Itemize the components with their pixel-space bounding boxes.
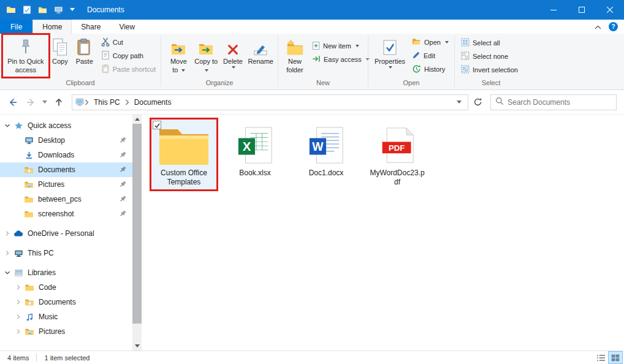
qat-new-folder-icon[interactable] — [38, 6, 47, 14]
chevron-down-icon[interactable] — [2, 268, 12, 278]
chevron-down-icon[interactable] — [2, 121, 12, 131]
sidebar-item-downloads[interactable]: Downloads — [0, 148, 142, 162]
minimize-button[interactable] — [539, 0, 568, 20]
chevron-down-icon — [232, 66, 235, 69]
sidebar-item-documents-library[interactable]: Documents — [0, 295, 142, 309]
scroll-down-icon[interactable] — [132, 341, 142, 351]
ribbon-group-open: Properties Open Edi — [368, 34, 454, 89]
help-icon[interactable]: ? — [609, 22, 618, 31]
easy-access-button[interactable]: Easy access — [310, 53, 372, 66]
thumbnails-view-button[interactable] — [608, 351, 623, 364]
pin-icon — [119, 180, 127, 190]
scroll-up-icon[interactable] — [132, 115, 142, 124]
folder-icon — [23, 210, 34, 219]
chevron-down-icon — [205, 69, 208, 72]
back-button[interactable] — [5, 94, 21, 110]
paste-button[interactable]: Paste — [72, 36, 97, 67]
recent-locations-chevron-icon[interactable] — [40, 94, 49, 110]
sidebar-item-this-pc[interactable]: This PC — [0, 246, 142, 260]
navigation-pane: Quick access Desktop Downloads Documents… — [0, 115, 142, 351]
sidebar-item-documents[interactable]: Documents — [0, 162, 142, 177]
documents-folder-icon — [23, 165, 34, 175]
qat-computer-icon[interactable] — [54, 6, 63, 14]
group-label-organize: Organize — [161, 79, 278, 89]
breadcrumb-documents[interactable]: Documents — [129, 98, 177, 107]
new-folder-button[interactable]: New folder — [282, 36, 308, 76]
breadcrumb-this-pc[interactable]: This PC — [89, 98, 125, 107]
move-to-icon — [171, 37, 186, 58]
maximize-button[interactable] — [568, 0, 596, 20]
folder-icon — [158, 121, 210, 166]
select-none-icon — [461, 51, 470, 61]
sidebar-item-music[interactable]: Music — [0, 309, 142, 324]
delete-button[interactable]: Delete — [220, 36, 246, 70]
qat-customize-chevron-icon[interactable] — [70, 8, 75, 12]
tab-home[interactable]: Home — [32, 20, 72, 34]
file-book-xlsx[interactable]: X Book.xlsx — [223, 119, 287, 180]
address-dropdown-icon[interactable] — [453, 100, 465, 104]
select-none-button[interactable]: Select none — [458, 50, 511, 63]
rename-button[interactable]: Rename — [246, 36, 275, 67]
paste-shortcut-button[interactable]: Paste shortcut — [99, 63, 158, 76]
file-custom-office-templates[interactable]: Custom Office Templates — [151, 119, 216, 189]
sidebar-item-onedrive[interactable]: OneDrive - Personal — [0, 226, 142, 241]
details-view-button[interactable] — [593, 351, 608, 364]
close-button[interactable] — [596, 0, 624, 20]
invert-selection-button[interactable]: Invert selection — [458, 63, 520, 77]
tab-file[interactable]: File — [0, 20, 32, 34]
open-button[interactable]: Open — [409, 36, 451, 49]
scrollbar-thumb[interactable] — [132, 124, 142, 324]
qat-properties-icon[interactable] — [23, 6, 31, 14]
copy-path-button[interactable]: Copy path — [99, 49, 158, 63]
address-bar[interactable]: This PC Documents — [72, 94, 468, 110]
search-input[interactable] — [508, 98, 612, 107]
tab-view[interactable]: View — [110, 20, 144, 34]
chevron-right-icon[interactable] — [13, 327, 23, 336]
up-button[interactable] — [51, 94, 67, 110]
file-doc1-docx[interactable]: W Doc1.docx — [294, 119, 359, 180]
history-button[interactable]: History — [409, 63, 451, 76]
sidebar-item-desktop[interactable]: Desktop — [0, 133, 142, 148]
sidebar-item-pictures[interactable]: Pictures — [0, 177, 142, 192]
refresh-button[interactable] — [470, 94, 485, 110]
chevron-right-icon[interactable] — [13, 283, 23, 292]
edit-button[interactable]: Edit — [409, 49, 451, 63]
chevron-right-icon[interactable] — [13, 313, 23, 322]
ribbon-home: Pin to Quick access Copy Paste — [0, 34, 624, 90]
properties-button[interactable]: Properties — [372, 36, 408, 70]
sidebar-item-code[interactable]: Code — [0, 280, 142, 295]
history-icon — [412, 64, 421, 75]
move-to-button[interactable]: Move to — [165, 36, 192, 76]
properties-icon — [382, 37, 398, 58]
minimize-ribbon-icon[interactable] — [595, 23, 601, 31]
chevron-down-icon — [181, 69, 185, 72]
breadcrumb-chevron-icon — [125, 99, 129, 105]
copy-to-button[interactable]: Copy to — [192, 36, 220, 76]
chevron-right-icon[interactable] — [2, 249, 12, 258]
file-myworddoc23-pdf[interactable]: PDF MyWordDoc23.pdf — [365, 119, 430, 189]
selection-count: 1 item selected — [44, 354, 89, 362]
sidebar-item-quick-access[interactable]: Quick access — [0, 118, 142, 133]
chevron-right-icon[interactable] — [13, 298, 23, 307]
sidebar-item-screenshot[interactable]: screenshot — [0, 207, 142, 221]
tab-share[interactable]: Share — [72, 20, 110, 34]
pdf-file-icon: PDF — [379, 121, 416, 166]
search-box — [490, 94, 617, 110]
select-all-button[interactable]: Select all — [458, 36, 503, 50]
sidebar-item-between-pcs[interactable]: between_pcs — [0, 192, 142, 207]
forward-button[interactable] — [23, 94, 39, 110]
file-explorer-window: Documents File Home Share View ? — [0, 0, 624, 364]
sidebar-scrollbar[interactable] — [132, 115, 142, 351]
pin-icon — [19, 37, 32, 58]
sidebar-item-libraries[interactable]: Libraries — [0, 265, 142, 280]
window-title: Documents — [87, 6, 124, 14]
selection-checkbox[interactable] — [153, 121, 161, 129]
new-item-button[interactable]: New item — [310, 39, 372, 53]
chevron-right-icon[interactable] — [2, 229, 12, 238]
group-label-clipboard: Clipboard — [0, 79, 161, 89]
word-file-icon: W — [307, 121, 345, 166]
sidebar-item-pictures-library[interactable]: Pictures — [0, 324, 142, 339]
cut-button[interactable]: Cut — [99, 36, 158, 49]
copy-button[interactable]: Copy — [48, 36, 72, 67]
pin-to-quick-access-button[interactable]: Pin to Quick access — [4, 36, 48, 76]
